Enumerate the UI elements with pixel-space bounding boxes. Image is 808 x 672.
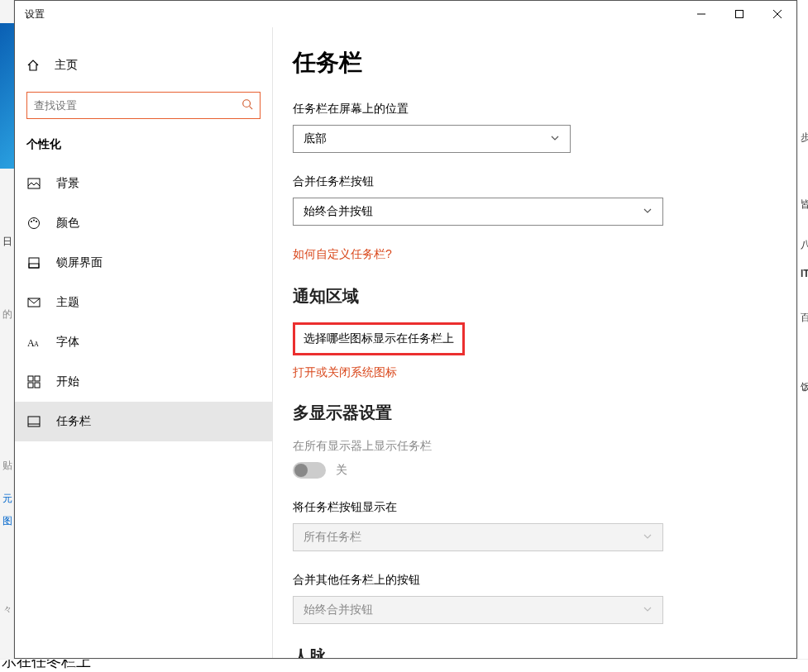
- svg-rect-1: [736, 11, 743, 18]
- select-taskbar-icons-link-highlighted[interactable]: 选择哪些图标显示在任务栏上: [293, 322, 465, 355]
- multi-show-toggle-row: 关: [293, 462, 777, 479]
- svg-text:A: A: [34, 341, 39, 348]
- chevron-down-icon: [643, 603, 653, 617]
- svg-rect-16: [28, 376, 33, 381]
- sidebar-item-taskbar[interactable]: 任务栏: [15, 402, 272, 441]
- svg-point-8: [31, 221, 32, 222]
- svg-rect-17: [35, 376, 40, 381]
- minimize-button[interactable]: [682, 1, 720, 27]
- taskbar-icon: [26, 414, 41, 429]
- content-pane: 任务栏 任务栏在屏幕上的位置 底部 合并任务栏按钮 始终合并按钮 如何自定义任务…: [273, 27, 796, 658]
- lockscreen-icon: [26, 255, 41, 270]
- svg-point-9: [33, 220, 35, 222]
- svg-rect-20: [28, 417, 40, 427]
- svg-rect-19: [35, 383, 40, 388]
- combo-value: 始终合并按钮: [304, 204, 373, 219]
- theme-icon: [26, 295, 41, 310]
- chevron-down-icon: [643, 531, 653, 544]
- sidebar-item-label: 主题: [56, 295, 79, 310]
- close-icon: [773, 10, 782, 18]
- settings-window: 设置 主页 个性化: [14, 0, 797, 659]
- sidebar-item-background[interactable]: 背景: [15, 164, 272, 203]
- toggle-state-label: 关: [336, 463, 347, 478]
- svg-point-7: [29, 218, 40, 229]
- svg-point-4: [243, 100, 251, 107]
- maximize-button[interactable]: [720, 1, 758, 27]
- svg-point-10: [36, 221, 37, 222]
- sidebar-item-label: 开始: [56, 374, 79, 389]
- taskbar-position-label: 任务栏在屏幕上的位置: [293, 102, 777, 117]
- customize-taskbar-link[interactable]: 如何自定义任务栏?: [293, 247, 777, 262]
- home-label: 主页: [55, 58, 78, 73]
- start-icon: [26, 374, 41, 389]
- multi-combine-label: 合并其他任务栏上的按钮: [293, 573, 777, 588]
- home-icon: [26, 59, 40, 72]
- multi-show-toggle: [293, 462, 326, 479]
- multi-buttons-combo: 所有任务栏: [293, 523, 663, 551]
- svg-rect-6: [28, 179, 40, 188]
- truncated-background-text: 示在任冬栏上: [0, 659, 808, 672]
- multi-show-label: 在所有显示器上显示任务栏: [293, 439, 777, 454]
- sidebar-item-label: 锁屏界面: [56, 255, 103, 270]
- nav-list: 背景 颜色 锁屏界面 主题 AA 字体: [15, 164, 272, 441]
- font-icon: AA: [26, 335, 41, 350]
- sidebar-item-start[interactable]: 开始: [15, 362, 272, 402]
- page-title: 任务栏: [293, 47, 777, 79]
- chevron-down-icon: [643, 205, 653, 218]
- sidebar-item-label: 颜色: [56, 216, 79, 231]
- sidebar-item-colors[interactable]: 颜色: [15, 203, 272, 243]
- combo-value: 所有任务栏: [304, 530, 361, 545]
- multi-buttons-label: 将任务栏按钮显示在: [293, 500, 777, 515]
- system-icons-link[interactable]: 打开或关闭系统图标: [293, 365, 777, 380]
- minimize-icon: [697, 10, 705, 18]
- section-people: 人脉: [293, 646, 777, 658]
- search-input[interactable]: [34, 99, 241, 112]
- combo-value: 始终合并按钮: [304, 603, 373, 617]
- sidebar-item-label: 任务栏: [56, 414, 91, 429]
- maximize-icon: [735, 10, 743, 18]
- home-button[interactable]: 主页: [15, 49, 272, 82]
- svg-rect-18: [28, 383, 33, 388]
- palette-icon: [26, 216, 41, 231]
- sidebar-item-lockscreen[interactable]: 锁屏界面: [15, 243, 272, 283]
- search-icon: [241, 98, 253, 112]
- titlebar: 设置: [15, 1, 796, 27]
- category-label: 个性化: [26, 137, 261, 152]
- svg-rect-11: [29, 258, 39, 268]
- search-input-wrapper[interactable]: [26, 92, 261, 119]
- sidebar-item-label: 背景: [56, 176, 79, 191]
- background-window-strip-right: 步 皆 八 IT 百 饭: [797, 0, 808, 672]
- close-button[interactable]: [758, 1, 796, 27]
- svg-rect-12: [29, 264, 39, 268]
- select-taskbar-icons-link[interactable]: 选择哪些图标显示在任务栏上: [304, 331, 454, 345]
- sidebar-item-fonts[interactable]: AA 字体: [15, 322, 272, 362]
- multi-combine-combo: 始终合并按钮: [293, 596, 663, 624]
- section-notification-area: 通知区域: [293, 285, 777, 307]
- section-multi-monitor: 多显示器设置: [293, 402, 777, 424]
- combine-buttons-combo[interactable]: 始终合并按钮: [293, 198, 663, 226]
- taskbar-position-combo[interactable]: 底部: [293, 125, 571, 153]
- sidebar-item-themes[interactable]: 主题: [15, 283, 272, 322]
- combo-value: 底部: [304, 131, 327, 146]
- sidebar-item-label: 字体: [56, 335, 79, 350]
- chevron-down-icon: [550, 132, 560, 145]
- svg-line-5: [250, 107, 253, 110]
- picture-icon: [26, 176, 41, 191]
- sidebar: 主页 个性化 背景 颜色 锁屏界面: [15, 27, 273, 658]
- window-title: 设置: [25, 7, 45, 21]
- background-window-strip: 日 的 贴 元 图 々: [0, 0, 14, 672]
- combine-buttons-label: 合并任务栏按钮: [293, 174, 777, 189]
